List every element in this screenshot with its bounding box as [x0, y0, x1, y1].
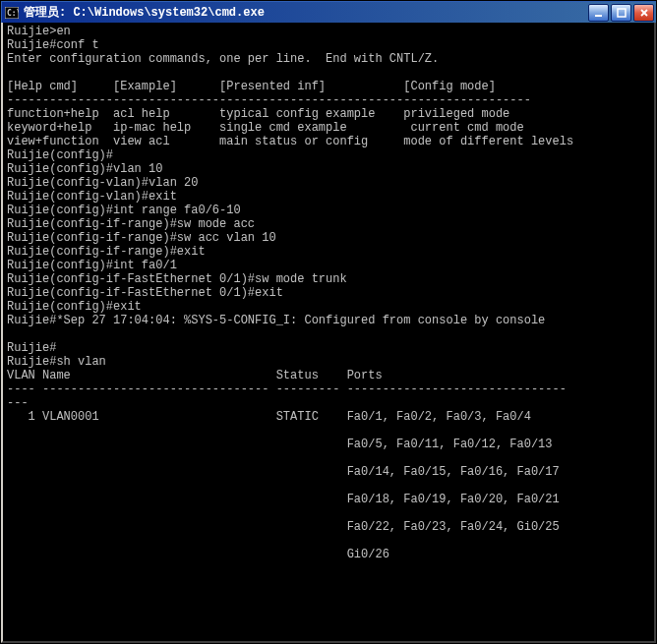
svg-rect-3	[618, 9, 626, 17]
svg-text:C:\: C:\	[7, 9, 19, 18]
svg-rect-2	[595, 15, 602, 17]
terminal-output[interactable]: Ruijie>en Ruijie#conf t Enter configurat…	[1, 23, 656, 643]
cmd-icon: C:\	[4, 5, 20, 21]
minimize-button[interactable]	[588, 4, 609, 22]
titlebar[interactable]: C:\ 管理员: C:\Windows\system32\cmd.exe	[1, 1, 656, 23]
window-controls	[588, 4, 654, 22]
close-button[interactable]	[633, 4, 654, 22]
maximize-button[interactable]	[611, 4, 631, 22]
cmd-window: C:\ 管理员: C:\Windows\system32\cmd.exe Rui…	[0, 0, 657, 644]
window-title: 管理员: C:\Windows\system32\cmd.exe	[24, 4, 588, 21]
